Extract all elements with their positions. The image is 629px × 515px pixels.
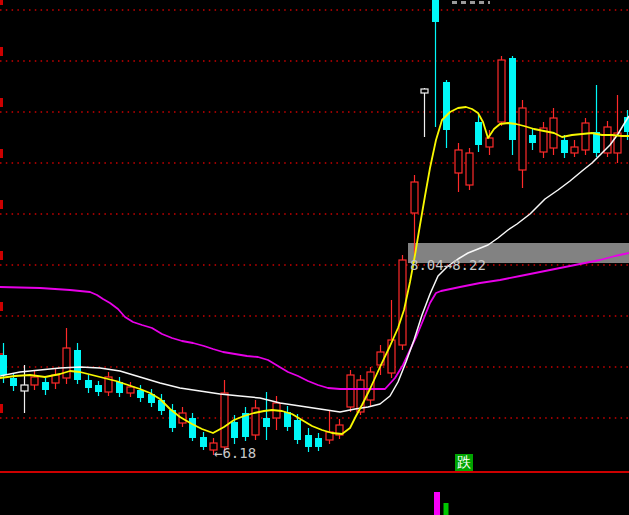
candle-body-up: [455, 150, 462, 173]
low-price-annotation-label: ←6.18: [214, 446, 256, 461]
candle-body-up: [127, 387, 134, 393]
candle-body-up: [486, 138, 493, 147]
signal-badge-die: 跌: [455, 454, 473, 471]
axis-label-fragment: [0, 404, 3, 413]
candle-body-up: [377, 352, 384, 365]
candle-body-up: [347, 375, 354, 407]
ma-fast-yellow: [0, 107, 629, 434]
ma-slow-magenta: [0, 253, 629, 389]
candle-body-down: [315, 438, 322, 447]
candle-body-down: [200, 437, 207, 447]
candle-body-down: [189, 418, 196, 438]
candle-body-up: [571, 147, 578, 153]
candle-body-down: [529, 135, 536, 143]
candle-body-down: [10, 378, 17, 386]
candle-body-up: [582, 123, 589, 150]
candle-body-up: [421, 89, 428, 93]
axis-label-fragment: [0, 47, 3, 56]
candle-body-up: [31, 377, 38, 385]
candlestick-chart-canvas[interactable]: [0, 0, 629, 515]
axis-label-fragment: [0, 302, 3, 311]
candle-body-down: [561, 140, 568, 153]
axis-label-fragment: [0, 98, 3, 107]
candle-body-up: [519, 108, 526, 170]
candle-body-up: [466, 153, 473, 185]
candle-body-down: [231, 422, 238, 438]
candle-body-down: [509, 58, 516, 140]
candle-body-down: [475, 122, 482, 145]
axis-label-fragment: [0, 149, 3, 158]
axis-label-fragment: [0, 0, 3, 5]
candle-body-up: [411, 182, 418, 213]
stock-chart-window: 8.04→8.22 ←6.18 跌: [0, 0, 629, 515]
candle-body-up: [388, 340, 395, 373]
candle-body-up: [221, 393, 228, 447]
clipped-price-label: [452, 1, 490, 4]
candle-body-down: [305, 435, 312, 447]
candle-body-down: [85, 380, 92, 388]
candle-body-down: [74, 350, 81, 380]
candle-body-up: [21, 385, 28, 391]
candle-body-down: [443, 82, 450, 130]
indicator-bar: [434, 492, 440, 515]
axis-label-fragment: [0, 251, 3, 260]
candle-body-down: [432, 0, 439, 22]
candle-body-up: [498, 60, 505, 122]
candle-body-down: [0, 355, 7, 375]
gap-annotation-label: 8.04→8.22: [410, 258, 486, 273]
candle-body-down: [95, 385, 102, 392]
axis-label-fragment: [0, 200, 3, 209]
indicator-bar: [444, 503, 449, 515]
candle-body-down: [294, 420, 301, 440]
candle-body-down: [137, 390, 144, 398]
candle-body-down: [42, 382, 49, 390]
candle-body-down: [263, 418, 270, 427]
